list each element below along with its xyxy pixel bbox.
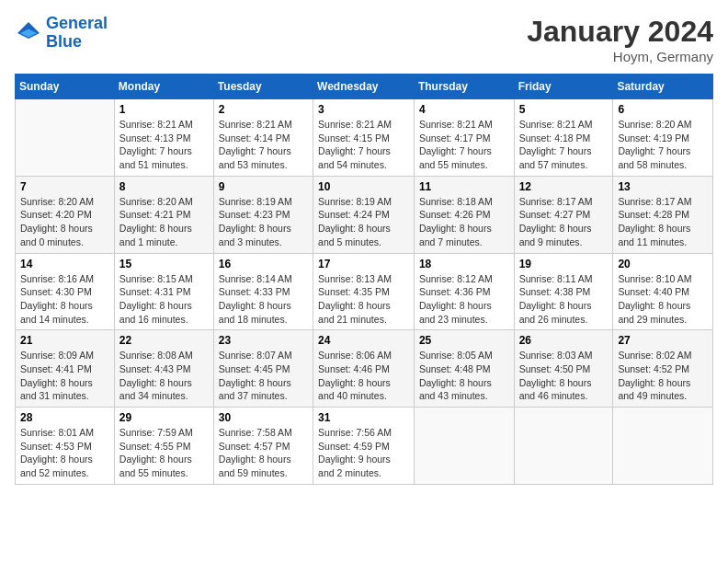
calendar-cell: 22Sunrise: 8:08 AMSunset: 4:43 PMDayligh… — [114, 330, 213, 408]
subtitle: Hoym, Germany — [527, 49, 713, 64]
title-block: January 2024 Hoym, Germany — [527, 15, 713, 64]
calendar-week-row: 28Sunrise: 8:01 AMSunset: 4:53 PMDayligh… — [16, 408, 713, 485]
day-info: Sunrise: 8:21 AMSunset: 4:17 PMDaylight:… — [419, 118, 509, 172]
day-info: Sunrise: 8:08 AMSunset: 4:43 PMDaylight:… — [119, 349, 209, 403]
day-info: Sunrise: 8:17 AMSunset: 4:27 PMDaylight:… — [519, 195, 609, 249]
day-info: Sunrise: 8:17 AMSunset: 4:28 PMDaylight:… — [618, 195, 708, 249]
calendar-cell: 31Sunrise: 7:56 AMSunset: 4:59 PMDayligh… — [313, 408, 415, 485]
weekday-header-saturday: Saturday — [613, 75, 713, 99]
calendar-cell: 12Sunrise: 8:17 AMSunset: 4:27 PMDayligh… — [514, 176, 613, 253]
day-number: 5 — [519, 103, 609, 116]
day-info: Sunrise: 8:05 AMSunset: 4:48 PMDaylight:… — [419, 349, 509, 403]
weekday-header-tuesday: Tuesday — [213, 75, 313, 99]
calendar-cell: 15Sunrise: 8:15 AMSunset: 4:31 PMDayligh… — [114, 253, 213, 330]
calendar-cell: 14Sunrise: 8:16 AMSunset: 4:30 PMDayligh… — [16, 253, 115, 330]
calendar-cell: 4Sunrise: 8:21 AMSunset: 4:17 PMDaylight… — [414, 99, 514, 177]
page-header: General Blue January 2024 Hoym, Germany — [15, 15, 713, 64]
day-number: 15 — [119, 258, 209, 270]
logo-icon — [15, 19, 42, 47]
calendar-cell: 21Sunrise: 8:09 AMSunset: 4:41 PMDayligh… — [16, 330, 115, 408]
day-number: 3 — [318, 103, 409, 116]
weekday-header-monday: Monday — [114, 75, 213, 99]
calendar-cell: 20Sunrise: 8:10 AMSunset: 4:40 PMDayligh… — [613, 253, 713, 330]
weekday-header-thursday: Thursday — [414, 75, 514, 99]
calendar-cell: 3Sunrise: 8:21 AMSunset: 4:15 PMDaylight… — [313, 99, 415, 177]
calendar-cell: 24Sunrise: 8:06 AMSunset: 4:46 PMDayligh… — [313, 330, 415, 408]
day-number: 16 — [219, 258, 308, 270]
calendar-header: SundayMondayTuesdayWednesdayThursdayFrid… — [16, 75, 713, 99]
day-info: Sunrise: 8:03 AMSunset: 4:50 PMDaylight:… — [519, 349, 609, 403]
calendar-cell: 16Sunrise: 8:14 AMSunset: 4:33 PMDayligh… — [213, 253, 313, 330]
calendar-cell: 8Sunrise: 8:20 AMSunset: 4:21 PMDaylight… — [114, 176, 213, 253]
calendar-cell: 9Sunrise: 8:19 AMSunset: 4:23 PMDaylight… — [213, 176, 313, 253]
main-title: January 2024 — [527, 15, 713, 49]
day-info: Sunrise: 8:14 AMSunset: 4:33 PMDaylight:… — [219, 272, 308, 327]
day-number: 13 — [618, 180, 708, 193]
day-info: Sunrise: 8:19 AMSunset: 4:24 PMDaylight:… — [318, 195, 409, 249]
day-info: Sunrise: 8:10 AMSunset: 4:40 PMDaylight:… — [618, 272, 708, 327]
calendar-week-row: 21Sunrise: 8:09 AMSunset: 4:41 PMDayligh… — [16, 330, 713, 408]
day-number: 2 — [219, 103, 308, 116]
day-info: Sunrise: 8:21 AMSunset: 4:18 PMDaylight:… — [519, 118, 609, 172]
day-number: 25 — [419, 334, 509, 347]
day-number: 8 — [119, 180, 209, 193]
calendar-week-row: 7Sunrise: 8:20 AMSunset: 4:20 PMDaylight… — [16, 176, 713, 253]
day-number: 10 — [318, 180, 409, 193]
day-info: Sunrise: 8:09 AMSunset: 4:41 PMDaylight:… — [20, 349, 109, 403]
day-number: 22 — [119, 334, 209, 347]
day-info: Sunrise: 8:01 AMSunset: 4:53 PMDaylight:… — [20, 426, 109, 480]
calendar-cell: 17Sunrise: 8:13 AMSunset: 4:35 PMDayligh… — [313, 253, 415, 330]
logo: General Blue — [15, 15, 108, 52]
logo-general: General — [46, 14, 108, 32]
calendar-cell: 27Sunrise: 8:02 AMSunset: 4:52 PMDayligh… — [613, 330, 713, 408]
calendar-cell: 11Sunrise: 8:18 AMSunset: 4:26 PMDayligh… — [414, 176, 514, 253]
day-number: 20 — [618, 258, 708, 270]
calendar-cell: 2Sunrise: 8:21 AMSunset: 4:14 PMDaylight… — [213, 99, 313, 177]
weekday-header-sunday: Sunday — [16, 75, 115, 99]
calendar-cell: 6Sunrise: 8:20 AMSunset: 4:19 PMDaylight… — [613, 99, 713, 177]
day-number: 6 — [618, 103, 708, 116]
calendar-cell: 10Sunrise: 8:19 AMSunset: 4:24 PMDayligh… — [313, 176, 415, 253]
calendar-cell: 19Sunrise: 8:11 AMSunset: 4:38 PMDayligh… — [514, 253, 613, 330]
calendar-cell: 26Sunrise: 8:03 AMSunset: 4:50 PMDayligh… — [514, 330, 613, 408]
day-info: Sunrise: 8:19 AMSunset: 4:23 PMDaylight:… — [219, 195, 308, 249]
day-number: 28 — [20, 411, 109, 424]
calendar-cell — [414, 408, 514, 485]
day-number: 17 — [318, 258, 409, 270]
calendar-cell: 29Sunrise: 7:59 AMSunset: 4:55 PMDayligh… — [114, 408, 213, 485]
day-number: 18 — [419, 258, 509, 270]
calendar-cell: 7Sunrise: 8:20 AMSunset: 4:20 PMDaylight… — [16, 176, 115, 253]
day-number: 11 — [419, 180, 509, 193]
day-number: 1 — [119, 103, 209, 116]
calendar-body: 1Sunrise: 8:21 AMSunset: 4:13 PMDaylight… — [16, 99, 713, 485]
calendar-cell — [514, 408, 613, 485]
day-info: Sunrise: 8:21 AMSunset: 4:15 PMDaylight:… — [318, 118, 409, 172]
day-info: Sunrise: 8:20 AMSunset: 4:21 PMDaylight:… — [119, 195, 209, 249]
day-info: Sunrise: 7:58 AMSunset: 4:57 PMDaylight:… — [219, 426, 308, 480]
day-info: Sunrise: 8:16 AMSunset: 4:30 PMDaylight:… — [20, 272, 109, 327]
calendar-cell — [613, 408, 713, 485]
day-info: Sunrise: 8:15 AMSunset: 4:31 PMDaylight:… — [119, 272, 209, 327]
day-number: 24 — [318, 334, 409, 347]
weekday-header-friday: Friday — [514, 75, 613, 99]
day-number: 19 — [519, 258, 609, 270]
day-number: 29 — [119, 411, 209, 424]
weekday-header-row: SundayMondayTuesdayWednesdayThursdayFrid… — [16, 75, 713, 99]
day-info: Sunrise: 8:21 AMSunset: 4:13 PMDaylight:… — [119, 118, 209, 172]
day-info: Sunrise: 8:02 AMSunset: 4:52 PMDaylight:… — [618, 349, 708, 403]
logo-blue: Blue — [46, 32, 82, 51]
day-number: 4 — [419, 103, 509, 116]
day-number: 7 — [20, 180, 109, 193]
day-info: Sunrise: 8:20 AMSunset: 4:20 PMDaylight:… — [20, 195, 109, 249]
day-info: Sunrise: 8:18 AMSunset: 4:26 PMDaylight:… — [419, 195, 509, 249]
calendar-week-row: 1Sunrise: 8:21 AMSunset: 4:13 PMDaylight… — [16, 99, 713, 177]
weekday-header-wednesday: Wednesday — [313, 75, 415, 99]
day-number: 30 — [219, 411, 308, 424]
logo-text: General Blue — [46, 15, 108, 52]
day-info: Sunrise: 8:13 AMSunset: 4:35 PMDaylight:… — [318, 272, 409, 327]
day-info: Sunrise: 8:06 AMSunset: 4:46 PMDaylight:… — [318, 349, 409, 403]
day-info: Sunrise: 8:21 AMSunset: 4:14 PMDaylight:… — [219, 118, 308, 172]
day-number: 14 — [20, 258, 109, 270]
day-number: 12 — [519, 180, 609, 193]
day-number: 23 — [219, 334, 308, 347]
